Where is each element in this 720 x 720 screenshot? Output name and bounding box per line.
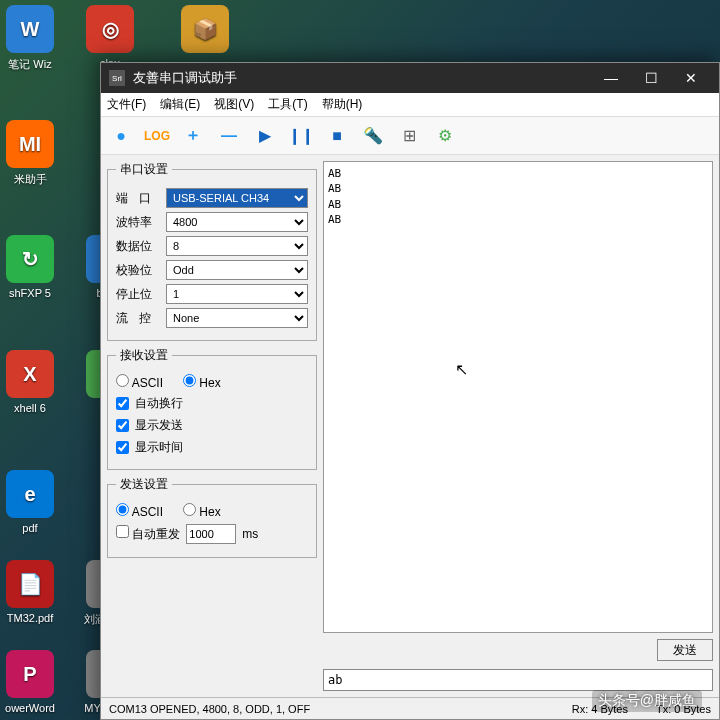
desktop-icon[interactable]: 📄TM32.pdf	[0, 560, 60, 624]
app-icon: Srl	[109, 70, 125, 86]
maximize-button[interactable]: ☐	[631, 66, 671, 90]
stop-icon[interactable]: ■	[323, 122, 351, 150]
menu-edit[interactable]: 编辑(E)	[160, 96, 200, 113]
send-button[interactable]: 发送	[657, 639, 713, 661]
menu-file[interactable]: 文件(F)	[107, 96, 146, 113]
status-rx: Rx: 4 Bytes	[572, 703, 628, 715]
desktop-icon[interactable]: ↻shFXP 5	[0, 235, 60, 299]
autorepeat-checkbox[interactable]: 自动重发	[116, 525, 180, 543]
flowcontrol-select[interactable]: None	[166, 308, 308, 328]
status-tx: Tx: 0 Bytes	[656, 703, 711, 715]
window-title: 友善串口调试助手	[133, 69, 237, 87]
titlebar[interactable]: Srl 友善串口调试助手 — ☐ ✕	[101, 63, 719, 93]
databits-select[interactable]: 8	[166, 236, 308, 256]
showtx-checkbox[interactable]: 显示发送	[116, 417, 308, 434]
recv-hex-radio[interactable]: Hex	[183, 374, 221, 390]
autowrap-checkbox[interactable]: 自动换行	[116, 395, 308, 412]
add-icon[interactable]: ⊞	[395, 122, 423, 150]
play-icon[interactable]: ▶	[251, 122, 279, 150]
desktop-icon[interactable]: W笔记 Wiz	[0, 5, 60, 72]
send-settings: 发送设置 ASCII Hex 自动重发 ms	[107, 476, 317, 558]
parity-select[interactable]: Odd	[166, 260, 308, 280]
menu-tools[interactable]: 工具(T)	[268, 96, 307, 113]
baud-select[interactable]: 4800	[166, 212, 308, 232]
status-main: COM13 OPENED, 4800, 8, ODD, 1, OFF	[109, 703, 310, 715]
menu-view[interactable]: 视图(V)	[214, 96, 254, 113]
minimize-button[interactable]: —	[591, 66, 631, 90]
send-hex-radio[interactable]: Hex	[183, 503, 221, 519]
minus-icon[interactable]: —	[215, 122, 243, 150]
gear-icon[interactable]: ⚙	[431, 122, 459, 150]
menu-help[interactable]: 帮助(H)	[322, 96, 363, 113]
stopbits-select[interactable]: 1	[166, 284, 308, 304]
connect-icon[interactable]: ●	[107, 122, 135, 150]
receive-textarea[interactable]: AB AB AB AB	[323, 161, 713, 633]
desktop-icon[interactable]: 📦	[175, 5, 235, 57]
port-select[interactable]: USB-SERIAL CH34	[166, 188, 308, 208]
plus-icon[interactable]: ＋	[179, 122, 207, 150]
recv-ascii-radio[interactable]: ASCII	[116, 374, 163, 390]
send-input[interactable]	[323, 669, 713, 691]
desktop-icon[interactable]: PowerWord	[0, 650, 60, 714]
flashlight-icon[interactable]: 🔦	[359, 122, 387, 150]
interval-input[interactable]	[186, 524, 236, 544]
log-button[interactable]: LOG	[143, 122, 171, 150]
menubar: 文件(F) 编辑(E) 视图(V) 工具(T) 帮助(H)	[101, 93, 719, 117]
close-button[interactable]: ✕	[671, 66, 711, 90]
serial-settings: 串口设置 端 口USB-SERIAL CH34 波特率4800 数据位8 校验位…	[107, 161, 317, 341]
receive-settings: 接收设置 ASCII Hex 自动换行 显示发送 显示时间	[107, 347, 317, 470]
desktop-icon[interactable]: ◎clou	[80, 5, 140, 69]
send-ascii-radio[interactable]: ASCII	[116, 503, 163, 519]
pause-icon[interactable]: ❙❙	[287, 122, 315, 150]
toolbar: ● LOG ＋ — ▶ ❙❙ ■ 🔦 ⊞ ⚙	[101, 117, 719, 155]
serial-debug-window: Srl 友善串口调试助手 — ☐ ✕ 文件(F) 编辑(E) 视图(V) 工具(…	[100, 62, 720, 720]
statusbar: COM13 OPENED, 4800, 8, ODD, 1, OFF Rx: 4…	[101, 697, 719, 719]
desktop-icon[interactable]: epdf	[0, 470, 60, 534]
desktop-icon[interactable]: MI米助手	[0, 120, 60, 187]
desktop-icon[interactable]: Xxhell 6	[0, 350, 60, 414]
showtime-checkbox[interactable]: 显示时间	[116, 439, 308, 456]
